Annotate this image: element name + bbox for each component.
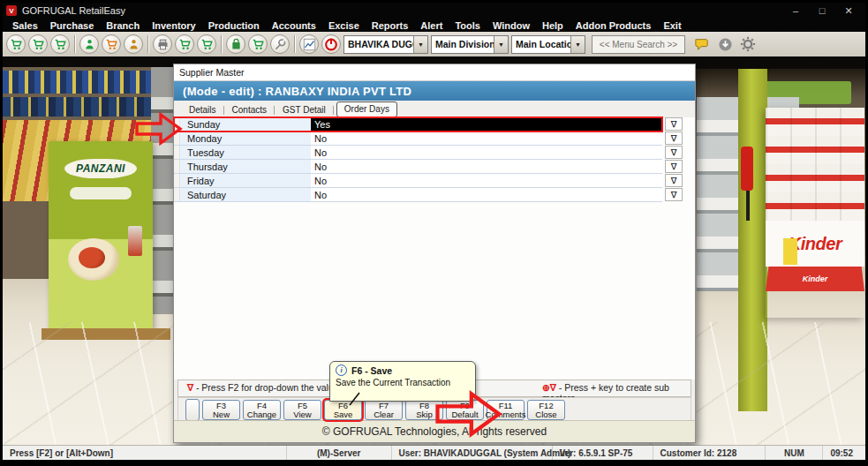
store-photo-background: PANZANI Kinder Kinder Supplier Master <box>3 56 865 446</box>
menu-production[interactable]: Production <box>202 20 266 31</box>
f5-view-button[interactable]: F5View <box>283 400 321 420</box>
maximize-button[interactable]: □ <box>809 5 835 17</box>
printer-icon[interactable] <box>153 34 172 54</box>
order-day-fields: FridayNo <box>174 174 662 188</box>
row-gutter <box>174 146 180 159</box>
dropdown-arrow-icon[interactable]: ∇ <box>665 132 683 145</box>
f12-close-button[interactable]: F12Close <box>527 400 565 420</box>
user-dropdown[interactable]: BHAVIKA DUGG ▼ <box>343 35 428 54</box>
menu-reports[interactable]: Reports <box>366 20 415 31</box>
toolbar: BHAVIKA DUGG ▼ Main Division ▼ Main Loca… <box>3 32 865 57</box>
order-day-value[interactable]: Yes <box>311 117 662 131</box>
tab-order-days[interactable]: Order Days <box>336 101 397 117</box>
cart-icon-3[interactable] <box>50 34 70 54</box>
menu-alert[interactable]: Alert <box>414 20 449 31</box>
status-hint: Press [F2] or [Alt+Down] <box>3 446 287 460</box>
fire-extinguisher <box>741 147 753 191</box>
dropdown-arrow-icon[interactable]: ∇ <box>665 117 683 131</box>
menu-sales[interactable]: Sales <box>6 20 44 31</box>
tooltip-title: F6 - Save <box>351 365 392 376</box>
menu-search-input[interactable] <box>592 35 685 54</box>
f4-change-button[interactable]: F4Change <box>243 400 281 420</box>
menu-help[interactable]: Help <box>536 20 570 31</box>
kinder-base-logo: Kinder <box>803 274 828 283</box>
order-day-label: Saturday <box>180 188 311 201</box>
order-day-fields: SundayYes <box>174 117 662 132</box>
cart-icon-5[interactable] <box>197 34 216 54</box>
cart-icon-6[interactable] <box>248 34 268 54</box>
status-numlock: NUM <box>766 446 823 460</box>
tab-gst-detail[interactable]: GST Detail <box>275 103 334 117</box>
menu-tools[interactable]: Tools <box>449 20 487 31</box>
fn-blank-button[interactable] <box>185 399 200 421</box>
menu-purchase[interactable]: Purchase <box>44 20 101 31</box>
menu-branch[interactable]: Branch <box>100 20 146 31</box>
order-day-value[interactable]: No <box>311 188 662 201</box>
dropdown-arrow-icon[interactable]: ∇ <box>665 174 683 187</box>
f3-new-button[interactable]: F3New <box>202 400 240 420</box>
dialog-body: SundayYes∇MondayNo∇TuesdayNo∇ThursdayNo∇… <box>174 117 695 380</box>
chevron-down-icon[interactable]: ▼ <box>494 36 508 53</box>
menu-accounts[interactable]: Accounts <box>266 20 322 31</box>
order-day-row-tuesday: TuesdayNo∇ <box>174 146 695 160</box>
order-day-value[interactable]: No <box>311 146 662 159</box>
order-day-label: Monday <box>180 132 311 145</box>
f7-clear-button[interactable]: F7Clear <box>365 400 403 420</box>
kinder-display: Kinder Kinder <box>766 108 864 318</box>
power-icon[interactable] <box>321 34 341 54</box>
tab-details[interactable]: Details <box>181 103 224 117</box>
chevron-down-icon[interactable]: ▼ <box>413 36 427 53</box>
person-cart-icon[interactable] <box>79 34 99 54</box>
fn-label: Change <box>247 410 276 419</box>
chat-icon[interactable] <box>691 34 713 55</box>
screen: V GOFRUGAL RetailEasy – □ ✕ SalesPurchas… <box>0 0 868 466</box>
location-dropdown[interactable]: Main Location ▼ <box>511 35 585 54</box>
order-day-value[interactable]: No <box>311 132 662 145</box>
status-customer-id: Customer Id: 2128 <box>653 446 766 460</box>
location-dropdown-value: Main Location <box>512 39 570 49</box>
division-dropdown[interactable]: Main Division ▼ <box>431 35 509 54</box>
fn-label: View <box>293 410 311 419</box>
dropdown-arrow-icon[interactable]: ∇ <box>665 188 683 201</box>
cart-icon-2[interactable] <box>28 34 48 54</box>
cart-icon-1[interactable] <box>6 34 26 54</box>
cart-icon-4[interactable] <box>175 34 194 54</box>
toolbar-separator <box>74 35 75 53</box>
order-day-label: Thursday <box>180 160 311 173</box>
chart-icon[interactable] <box>299 34 319 54</box>
minimize-button[interactable]: – <box>782 5 809 17</box>
kinder-product-stack <box>766 108 864 221</box>
metal-shelf <box>151 67 176 314</box>
dropdown-arrow-icon[interactable]: ∇ <box>665 160 683 173</box>
order-day-fields: MondayNo <box>174 132 662 146</box>
fn-label: Clear <box>374 410 394 419</box>
order-day-value[interactable]: No <box>311 174 662 187</box>
menu-window[interactable]: Window <box>487 20 536 31</box>
menu-excise[interactable]: Excise <box>322 20 366 31</box>
dropdown-arrow-icon[interactable]: ∇ <box>665 146 683 159</box>
order-day-fields: TuesdayNo <box>174 146 662 160</box>
order-day-row-thursday: ThursdayNo∇ <box>174 160 695 174</box>
close-button[interactable]: ✕ <box>835 5 862 17</box>
order-day-label: Friday <box>180 174 311 187</box>
menu-addon-products[interactable]: Addon Products <box>570 20 658 31</box>
toolbar-separator <box>221 35 222 53</box>
gear-icon[interactable] <box>737 34 759 55</box>
row-gutter <box>174 160 180 173</box>
tab-contacts[interactable]: Contacts <box>224 103 275 117</box>
info-icon: i <box>336 365 347 376</box>
order-day-value[interactable]: No <box>311 160 662 173</box>
bag-icon[interactable] <box>226 34 245 54</box>
user-dropdown-value: BHAVIKA DUGG <box>344 39 413 49</box>
wrench-icon[interactable] <box>270 34 290 54</box>
cart-orange-icon[interactable] <box>102 34 121 54</box>
menu-exit[interactable]: Exit <box>657 20 687 31</box>
person-icon[interactable] <box>124 34 143 54</box>
tab-strip: DetailsContactsGST DetailOrder Days <box>174 101 695 118</box>
supplier-master-dialog: Supplier Master (Mode - edit) : RANBAXY … <box>173 64 696 443</box>
menu-inventory[interactable]: Inventory <box>146 20 202 31</box>
chevron-down-icon[interactable]: ▼ <box>570 36 585 53</box>
toolbar-right-icons <box>691 34 759 55</box>
download-icon[interactable] <box>714 34 736 55</box>
pasta-plate-image <box>68 238 119 281</box>
